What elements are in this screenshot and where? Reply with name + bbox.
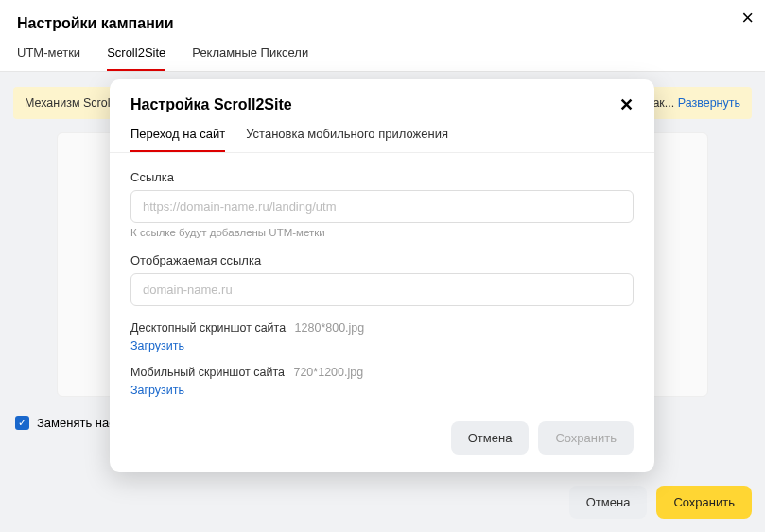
link-label: Ссылка xyxy=(130,170,634,184)
page-close-icon[interactable]: × xyxy=(741,8,754,28)
modal-tab-mobile-app[interactable]: Установка мобильного приложения xyxy=(246,127,448,152)
tab-scroll2site[interactable]: Scroll2Site xyxy=(107,45,165,71)
modal-title: Настройка Scroll2Site xyxy=(130,96,292,113)
page-tabs: UTM-метки Scroll2Site Рекламные Пиксели xyxy=(17,45,748,71)
modal-save-button: Сохранить xyxy=(538,421,634,455)
modal-close-icon[interactable]: ✕ xyxy=(619,96,634,113)
modal-tabs: Переход на сайт Установка мобильного при… xyxy=(110,113,654,153)
link-hint: К ссылке будут добавлены UTM-метки xyxy=(130,227,634,238)
page-footer: Отмена Сохранить xyxy=(569,486,752,519)
modal-header: Настройка Scroll2Site ✕ xyxy=(110,79,654,113)
desktop-shot-line: Десктопный скриншот сайта 1280*800.jpg xyxy=(130,321,634,335)
mobile-shot-filename: 720*1200.jpg xyxy=(293,366,363,379)
display-link-label: Отображаемая ссылка xyxy=(130,253,634,267)
tab-pixels[interactable]: Рекламные Пиксели xyxy=(192,45,308,71)
mobile-shot-upload-link[interactable]: Загрузить xyxy=(130,384,184,397)
desktop-shot-label: Десктопный скриншот сайта xyxy=(130,321,286,335)
desktop-shot-upload-link[interactable]: Загрузить xyxy=(130,339,184,352)
display-link-field-group: Отображаемая ссылка xyxy=(130,253,634,306)
mobile-shot-label: Мобильный скриншот сайта xyxy=(130,366,285,379)
page-header: Настройки кампании UTM-метки Scroll2Site… xyxy=(0,0,765,72)
modal-tab-goto-site[interactable]: Переход на сайт xyxy=(130,127,225,152)
modal-cancel-button[interactable]: Отмена xyxy=(451,421,530,455)
page-save-button[interactable]: Сохранить xyxy=(656,486,752,519)
mobile-screenshot-row: Мобильный скриншот сайта 720*1200.jpg За… xyxy=(130,366,634,410)
modal-body: Ссылка К ссылке будут добавлены UTM-метк… xyxy=(110,153,654,418)
scroll2site-modal: Настройка Scroll2Site ✕ Переход на сайт … xyxy=(110,79,654,472)
expand-link[interactable]: Развернуть xyxy=(678,96,740,110)
page-title: Настройки кампании xyxy=(17,15,748,32)
desktop-screenshot-row: Десктопный скриншот сайта 1280*800.jpg З… xyxy=(130,321,634,366)
replace-settings-checkbox[interactable]: ✓ xyxy=(15,416,29,430)
mobile-shot-line: Мобильный скриншот сайта 720*1200.jpg xyxy=(130,366,634,379)
info-trail: ак... xyxy=(652,96,674,110)
info-text: Механизм Scroll2 xyxy=(25,96,119,110)
modal-footer: Отмена Сохранить xyxy=(110,418,654,455)
link-input[interactable] xyxy=(130,190,634,223)
info-right: ак... Развернуть xyxy=(652,96,740,110)
link-field-group: Ссылка К ссылке будут добавлены UTM-метк… xyxy=(130,170,634,238)
tab-utm[interactable]: UTM-метки xyxy=(17,45,80,71)
page-cancel-button[interactable]: Отмена xyxy=(569,486,648,519)
display-link-input[interactable] xyxy=(130,273,634,306)
desktop-shot-filename: 1280*800.jpg xyxy=(295,321,365,335)
